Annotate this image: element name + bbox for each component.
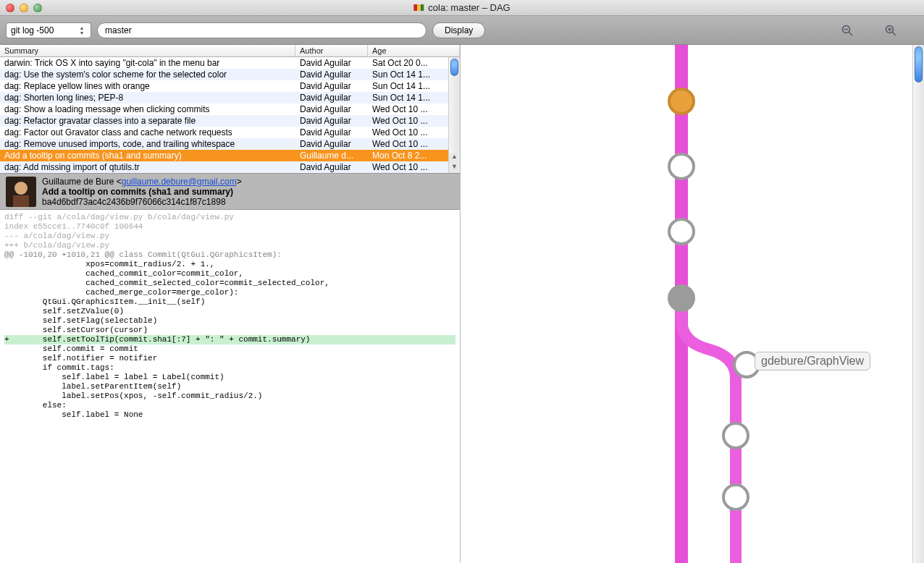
display-button-label: Display [445,25,473,35]
scrollbar-thumb[interactable] [915,46,923,82]
svg-rect-9 [13,195,29,207]
diff-line: xpos=commit_radius/2. + 1., [4,260,455,269]
cell-summary: dag: Add missing import of qtutils.tr [0,162,295,172]
minimize-window-button[interactable] [20,4,28,12]
cell-age: Wed Oct 10 ... [368,139,448,149]
commit-meta: Guillaume de Bure <guillaume.debure@gmai… [42,177,242,206]
diff-line: @@ -1010,20 +1010,21 @@ class Commit(QtG… [4,250,455,260]
log-command-text: git log -500 [11,25,75,35]
cell-author: David Aguilar [295,69,368,80]
table-row[interactable]: dag: Factor out Gravator class and cache… [0,127,448,138]
cell-author: David Aguilar [295,93,368,103]
diff-line: if commit.tags: [4,363,455,373]
cell-summary: dag: Remove unused imports, code, and tr… [0,139,295,149]
diff-line: self.label = label = Label(commit) [4,373,455,382]
cell-age: Sun Oct 14 1... [368,93,448,103]
table-row[interactable]: dag: Add missing import of qtutils.trDav… [0,161,448,173]
avatar [6,177,36,207]
scrollbar-thumb[interactable] [450,59,458,76]
graph-pane[interactable]: gdebure/GraphView [461,45,924,563]
cell-age: Mon Oct 8 2... [368,151,448,161]
window-title-text: cola: master – DAG [428,2,510,13]
diff-line: cached_commit_selected_color=commit_sele… [4,279,455,288]
diff-line: index e55cce1..7740c0f 100644 [4,222,455,232]
commit-table-scrollbar[interactable]: ▲ ▼ [448,57,460,173]
close-window-button[interactable] [6,4,14,12]
diff-line: else: [4,401,455,410]
table-row[interactable]: dag: Replace yellow lines with orangeDav… [0,80,448,92]
diff-line: + self.setToolTip(commit.sha1[:7] + ": "… [4,335,455,344]
commit-author-line: Guillaume de Bure <guillaume.debure@gmai… [42,177,242,187]
stepper-down-icon[interactable]: ▼ [77,30,86,35]
svg-line-4 [892,32,896,35]
diff-line: cached_commit_color=commit_color, [4,269,455,279]
cell-age: Wed Oct 10 ... [368,104,448,114]
table-row[interactable]: dag: Show a loading message when clickin… [0,103,448,115]
diff-line: diff --git a/cola/dag/view.py b/cola/dag… [4,213,455,222]
table-row[interactable]: dag: Shorten long lines; PEP-8David Agui… [0,92,448,103]
cell-age: Sun Oct 14 1... [368,69,448,80]
commit-node[interactable] [723,485,748,509]
commit-sha: ba4d6bdf73ac4c2436b9f76066c314c1f87c1898 [42,197,242,207]
zoom-in-icon[interactable] [885,25,896,36]
table-row[interactable]: darwin: Trick OS X into saying "git-cola… [0,57,448,69]
column-header-author[interactable]: Author [295,45,368,56]
diff-line: self.setCursor(cursor) [4,326,455,335]
diff-view[interactable]: diff --git a/cola/dag/view.py b/cola/dag… [0,210,460,563]
log-command-field[interactable]: git log -500 ▲ ▼ [6,22,91,38]
diff-line: label.setParentItem(self) [4,382,455,391]
window-title: cola: master – DAG [413,2,510,13]
svg-line-1 [849,32,852,35]
app-icon [413,4,424,11]
diff-line: label.setPos(xpos, -self.commit_radius/2… [4,391,455,401]
cell-author: Guillaume d... [295,151,368,161]
cell-age: Sat Oct 20 0... [368,58,448,68]
diff-line: self.notifier = notifier [4,354,455,363]
branch-input-text: master [105,25,132,35]
diff-line: self.setFlag(selectable) [4,316,455,326]
svg-point-8 [14,182,28,195]
diff-line: self.label = None [4,410,455,420]
scroll-down-icon[interactable]: ▼ [449,163,460,173]
cell-author: David Aguilar [295,58,368,68]
commit-node[interactable] [669,89,694,114]
display-button[interactable]: Display [432,22,485,38]
commit-node[interactable] [669,286,694,310]
window-titlebar: cola: master – DAG [0,0,924,16]
commit-graph[interactable] [461,45,924,563]
cell-author: David Aguilar [295,81,368,91]
count-stepper[interactable]: ▲ ▼ [77,25,86,35]
commit-table: Summary Author Age darwin: Trick OS X in… [0,45,460,174]
commit-info-panel: Guillaume de Bure <guillaume.debure@gmai… [0,174,460,210]
left-pane: Summary Author Age darwin: Trick OS X in… [0,45,461,563]
table-body[interactable]: darwin: Trick OS X into saying "git-cola… [0,57,448,173]
diff-line: +++ b/cola/dag/view.py [4,241,455,250]
zoom-window-button[interactable] [33,4,42,12]
cell-summary: dag: Show a loading message when clickin… [0,104,295,114]
commit-node[interactable] [669,219,694,244]
cell-summary: dag: Use the system's color scheme for t… [0,69,295,80]
table-row[interactable]: dag: Remove unused imports, code, and tr… [0,138,448,150]
column-header-age[interactable]: Age [368,45,460,56]
commit-node[interactable] [669,154,694,179]
diff-line: --- a/cola/dag/view.py [4,232,455,241]
table-row[interactable]: dag: Refactor gravatar classes into a se… [0,115,448,127]
commit-subject: Add a tooltip on commits (sha1 and summa… [42,187,242,197]
table-row[interactable]: Add a tooltip on commits (sha1 and summa… [0,150,448,161]
cell-summary: darwin: Trick OS X into saying "git-cola… [0,58,295,68]
commit-node[interactable] [723,423,748,448]
stepper-up-icon[interactable]: ▲ [77,25,86,30]
commit-author-email[interactable]: guillaume.debure@gmail.com [122,177,237,187]
diff-line: cached_merge_color=merge_color): [4,288,455,297]
traffic-lights [0,4,42,12]
graph-scrollbar[interactable] [912,45,924,563]
cell-age: Sun Oct 14 1... [368,81,448,91]
branch-input[interactable]: master [97,22,427,38]
branch-label[interactable]: gdebure/GraphView [755,352,870,371]
diff-line: self.commit = commit [4,344,455,354]
zoom-out-icon[interactable] [841,25,853,36]
table-row[interactable]: dag: Use the system's color scheme for t… [0,69,448,80]
cell-author: David Aguilar [295,139,368,149]
scroll-up-icon[interactable]: ▲ [449,153,460,163]
column-header-summary[interactable]: Summary [0,45,295,56]
